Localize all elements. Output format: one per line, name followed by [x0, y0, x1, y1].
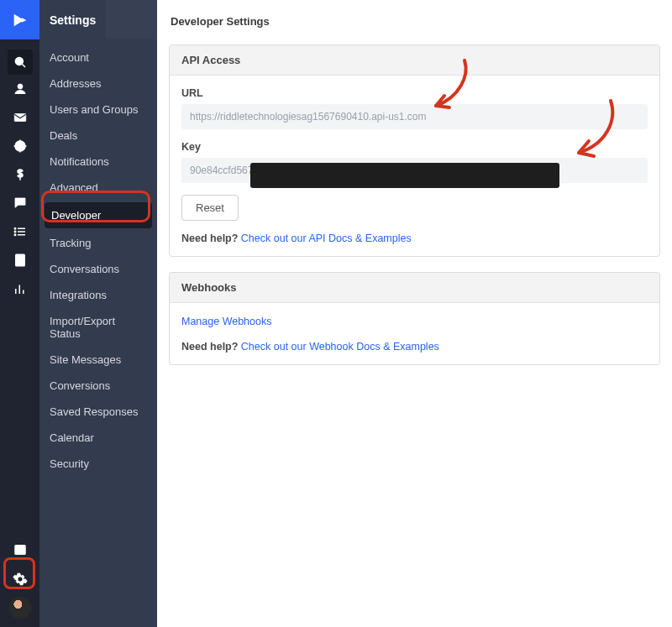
menu-conversations[interactable]: Conversations: [39, 256, 157, 282]
rail-automations[interactable]: [0, 132, 39, 160]
api-key-label: Key: [181, 141, 648, 153]
icon-rail: [0, 0, 39, 627]
menu-integrations[interactable]: Integrations: [39, 282, 157, 308]
user-avatar[interactable]: [9, 597, 31, 619]
menu-users-groups[interactable]: Users and Groups: [39, 97, 157, 123]
menu-conversions[interactable]: Conversions: [39, 373, 157, 399]
page-title: Developer Settings: [171, 15, 660, 28]
chat-icon: [13, 196, 28, 211]
settings-menu: Account Addresses Users and Groups Deals…: [39, 39, 157, 482]
menu-advanced[interactable]: Advanced: [39, 175, 157, 201]
rail-reports[interactable]: [0, 274, 39, 303]
sidebar-title: Settings: [39, 0, 106, 39]
app-logo[interactable]: [0, 0, 39, 39]
webhooks-docs-link[interactable]: Check out our Webhook Docs & Examples: [241, 341, 439, 353]
menu-site-messages[interactable]: Site Messages: [39, 347, 157, 373]
rail-forms[interactable]: [0, 246, 39, 274]
svg-point-10: [14, 234, 16, 236]
api-help-text: Need help? Check out our API Docs & Exam…: [181, 233, 648, 244]
menu-saved-responses[interactable]: Saved Responses: [39, 399, 157, 425]
gear-icon: [13, 572, 28, 587]
rail-conversations[interactable]: [0, 189, 39, 217]
svg-point-4: [15, 141, 25, 151]
webhooks-panel: Webhooks Manage Webhooks Need help? Chec…: [169, 272, 660, 365]
api-access-panel: API Access URL Key Reset Need help? Chec…: [169, 44, 660, 257]
search-icon: [13, 55, 28, 70]
menu-import-export[interactable]: Import/Export Status: [39, 308, 157, 347]
svg-point-2: [18, 84, 23, 89]
settings-sidebar: Settings Account Addresses Users and Gro…: [39, 0, 157, 627]
logo-icon: [11, 11, 29, 29]
webhooks-panel-header: Webhooks: [170, 273, 659, 303]
menu-deals[interactable]: Deals: [39, 123, 157, 149]
menu-developer[interactable]: Developer: [45, 202, 152, 228]
svg-line-1: [22, 64, 25, 67]
api-url-label: URL: [181, 87, 648, 99]
rail-contacts[interactable]: [0, 75, 39, 103]
svg-point-8: [14, 228, 16, 230]
menu-addresses[interactable]: Addresses: [39, 71, 157, 97]
rail-lists[interactable]: [0, 217, 39, 246]
search-button[interactable]: [8, 50, 33, 75]
mail-icon: [13, 110, 28, 125]
main-content: Developer Settings API Access URL Key Re…: [157, 0, 672, 627]
webhooks-help-prefix: Need help?: [181, 341, 241, 353]
svg-rect-18: [15, 546, 25, 555]
menu-tracking[interactable]: Tracking: [39, 230, 157, 256]
menu-notifications[interactable]: Notifications: [39, 149, 157, 175]
rail-deals[interactable]: [0, 160, 39, 189]
svg-point-0: [15, 57, 23, 65]
manage-webhooks-link[interactable]: Manage Webhooks: [181, 316, 271, 327]
api-help-prefix: Need help?: [181, 233, 241, 244]
target-icon: [13, 138, 28, 154]
list-icon: [13, 224, 28, 239]
svg-rect-3: [14, 114, 26, 122]
api-key-redaction: [250, 163, 559, 188]
dollar-icon: [13, 167, 28, 182]
rail-apps[interactable]: [0, 538, 39, 562]
menu-calendar[interactable]: Calendar: [39, 425, 157, 451]
reset-button[interactable]: Reset: [181, 195, 239, 221]
window-icon: [13, 542, 28, 557]
menu-account[interactable]: Account: [39, 44, 157, 71]
svg-point-9: [14, 231, 16, 233]
rail-settings[interactable]: [0, 567, 39, 592]
api-panel-header: API Access: [170, 45, 659, 76]
menu-security[interactable]: Security: [39, 451, 157, 477]
rail-campaigns[interactable]: [0, 103, 39, 132]
contacts-icon: [13, 81, 28, 97]
api-url-field[interactable]: [181, 104, 648, 129]
chart-icon: [13, 281, 28, 296]
api-docs-link[interactable]: Check out our API Docs & Examples: [241, 233, 412, 244]
form-icon: [13, 253, 28, 268]
webhooks-help-text: Need help? Check out our Webhook Docs & …: [181, 341, 648, 353]
